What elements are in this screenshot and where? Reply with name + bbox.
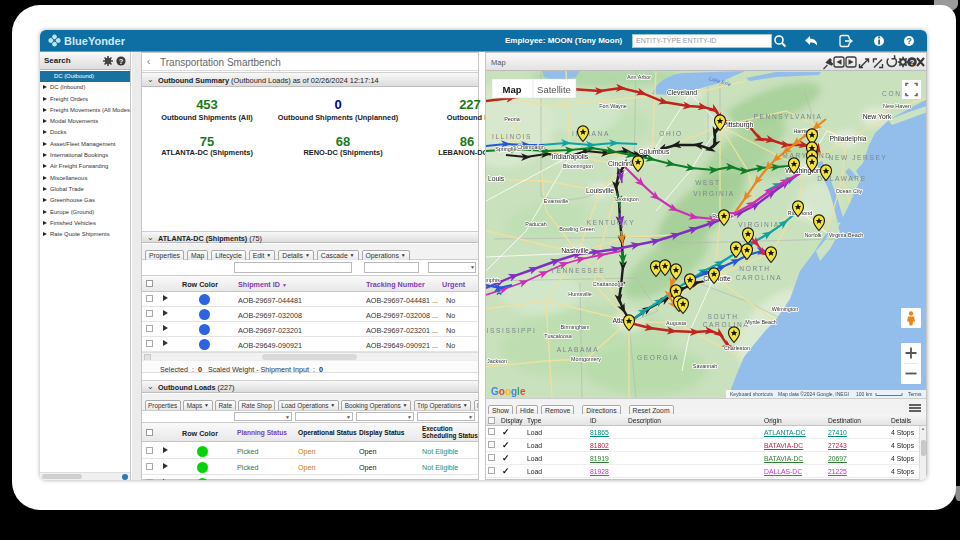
svg-text:100 km: 100 km	[856, 391, 872, 397]
svg-text:KENTUCKY: KENTUCKY	[587, 219, 636, 226]
svg-text:Satellite: Satellite	[537, 84, 571, 95]
svg-text:Jackson: Jackson	[487, 358, 507, 364]
svg-text:Columbus: Columbus	[639, 148, 670, 155]
svg-text:A: A	[496, 289, 501, 296]
svg-text:Tuscaloosa: Tuscaloosa	[544, 333, 571, 339]
svg-text:Ocean City: Ocean City	[836, 188, 863, 194]
svg-text:Peoria: Peoria	[504, 116, 520, 122]
svg-text:New Haven: New Haven	[883, 103, 911, 109]
svg-text:Wilmington: Wilmington	[772, 306, 799, 312]
svg-text:NORTH: NORTH	[739, 265, 770, 272]
svg-text:Myrtle Beach: Myrtle Beach	[745, 319, 776, 325]
svg-text:?: ?	[910, 58, 915, 67]
svg-text:Map: Map	[503, 84, 522, 95]
svg-text:VIRGINIA: VIRGINIA	[693, 190, 735, 197]
svg-text:Cleveland: Cleveland	[667, 89, 697, 96]
svg-text:Huntsville: Huntsville	[568, 291, 591, 297]
svg-text:NEW JERSEY: NEW JERSEY	[829, 154, 888, 161]
svg-text:Paducah: Paducah	[525, 221, 546, 227]
svg-text:Louisville: Louisville	[586, 187, 614, 194]
svg-text:Nashville: Nashville	[561, 247, 589, 254]
svg-text:TENNESSEE: TENNESSEE	[551, 267, 605, 274]
svg-text:ALABAMA: ALABAMA	[557, 346, 599, 353]
svg-text:GEORGIA: GEORGIA	[637, 354, 679, 361]
svg-text:Bowling Green: Bowling Green	[559, 226, 594, 232]
svg-text:ILLINOIS: ILLINOIS	[492, 133, 532, 140]
svg-text:SOUTH: SOUTH	[707, 313, 738, 320]
svg-text:Bloomington: Bloomington	[563, 163, 593, 169]
svg-text:St. Louis: St. Louis	[486, 175, 505, 182]
svg-text:WEST: WEST	[695, 179, 720, 186]
svg-text:Fort Wayne: Fort Wayne	[599, 103, 627, 109]
svg-text:CAROLINA: CAROLINA	[736, 274, 783, 281]
svg-text:Evansville: Evansville	[544, 198, 568, 204]
svg-text:MISSISSIPPI: MISSISSIPPI	[486, 327, 536, 334]
svg-text:Norfolk: Norfolk	[804, 232, 821, 238]
svg-text:Philadelphia: Philadelphia	[829, 135, 866, 143]
svg-text:Lexington: Lexington	[615, 196, 638, 202]
svg-text:Birmingham: Birmingham	[561, 324, 590, 330]
svg-text:Keyboard shortcuts: Keyboard shortcuts	[730, 391, 774, 397]
svg-text:Montgomery: Montgomery	[571, 356, 601, 362]
svg-text:PENNSYLVANIA: PENNSYLVANIA	[754, 113, 823, 120]
svg-text:Map data ©2024 Google, INEGI: Map data ©2024 Google, INEGI	[778, 391, 849, 397]
svg-text:Chattanooga: Chattanooga	[593, 281, 624, 287]
svg-text:Champaign: Champaign	[517, 144, 545, 150]
svg-text:Indianapolis: Indianapolis	[552, 153, 589, 161]
svg-text:Memphis: Memphis	[486, 277, 500, 283]
svg-text:Pittsburgh: Pittsburgh	[723, 121, 754, 129]
svg-text:VIRGINIA: VIRGINIA	[738, 221, 780, 228]
svg-text:Augusta: Augusta	[666, 320, 686, 326]
svg-text:OHIO: OHIO	[659, 130, 682, 137]
svg-text:Virginia Beach: Virginia Beach	[829, 232, 864, 238]
svg-text:CAROLINA: CAROLINA	[703, 321, 750, 328]
svg-text:?: ?	[119, 57, 124, 66]
svg-text:Google: Google	[491, 386, 526, 397]
svg-text:Ann Arbor: Ann Arbor	[627, 74, 651, 80]
svg-text:New York: New York	[863, 113, 892, 120]
svg-text:Terms: Terms	[908, 391, 922, 397]
svg-text:?: ?	[906, 36, 911, 46]
svg-text:Charleston: Charleston	[724, 345, 750, 351]
svg-text:Savannah: Savannah	[693, 363, 717, 369]
